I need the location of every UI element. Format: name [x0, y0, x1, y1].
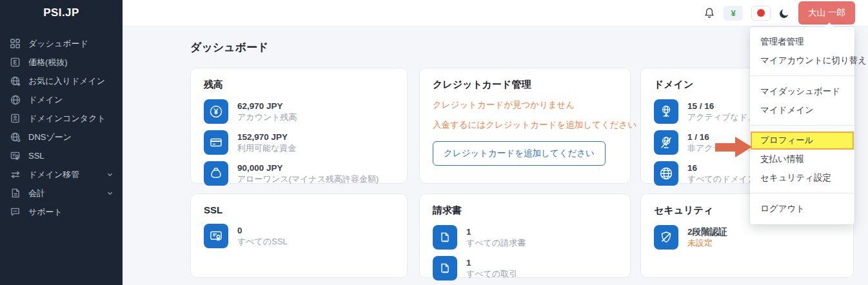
stat-label: 未設定	[687, 238, 727, 249]
menu-item-switch-account[interactable]: マイアカウントに切り替える	[750, 51, 854, 70]
globe-icon	[654, 161, 678, 186]
user-dropdown-menu: 管理者管理 マイアカウントに切り替える マイダッシュボード マイドメイン プロフ…	[750, 27, 854, 224]
card-title: SSL	[204, 204, 394, 215]
sidebar-item-accounting[interactable]: 会計	[0, 184, 123, 202]
menu-divider	[750, 125, 854, 126]
price-icon	[10, 57, 21, 68]
transfer-icon	[10, 169, 21, 180]
menu-item-security-settings[interactable]: セキュリティ設定	[750, 168, 854, 187]
money-bag-icon	[204, 161, 228, 186]
stat-all-transactions: 1 すべての取引	[433, 256, 617, 280]
sidebar-item-favorite-domains[interactable]: お気に入りドメイン	[0, 72, 123, 90]
menu-item-admin-management[interactable]: 管理者管理	[750, 32, 854, 51]
currency-yen-badge[interactable]: ¥	[724, 6, 743, 21]
sidebar-item-label: 会計	[28, 188, 45, 199]
dns-globe-icon	[10, 132, 21, 142]
stat-label: アカウント残高	[237, 112, 297, 123]
sidebar-item-label: お気に入りドメイン	[28, 75, 105, 87]
stat-all-ssl: 0 すべてのSSL	[204, 224, 394, 248]
card-title: クレジットカード管理	[433, 79, 617, 91]
sidebar-item-dashboard[interactable]: ダッシュボード	[0, 34, 123, 53]
sidebar-item-label: 価格(税抜)	[28, 57, 68, 68]
card-title: 残高	[204, 79, 394, 91]
sidebar-item-label: ドメイン移管	[28, 169, 79, 181]
card-title: 請求書	[433, 204, 617, 217]
sidebar-item-domains[interactable]: ドメイン	[0, 90, 123, 109]
sidebar-item-domain-contacts[interactable]: ドメインコンタクト	[0, 109, 123, 128]
menu-divider	[750, 193, 854, 193]
shield-slash-icon	[654, 225, 678, 250]
menu-item-my-domains[interactable]: マイドメイン	[750, 101, 854, 119]
sidebar-item-support[interactable]: サポート	[0, 202, 123, 221]
globe-icon	[10, 94, 21, 105]
sidebar-item-domain-transfer[interactable]: ドメイン移管	[0, 165, 123, 184]
page-title: ダッシュボード	[190, 40, 268, 55]
menu-item-my-dashboard[interactable]: マイダッシュボード	[750, 82, 854, 101]
stat-allowance: 90,000 JPY アローワンス(マイナス残高許容金額)	[204, 161, 394, 186]
credit-warning-line2: 入金するにはクレジットカードを追加してください	[433, 119, 617, 131]
globe-slash-icon	[654, 130, 678, 155]
bell-icon[interactable]	[704, 7, 715, 19]
sidebar-item-ssl[interactable]: SSL	[0, 146, 123, 165]
globe-stand-icon	[654, 99, 678, 124]
stat-value: 1	[466, 257, 517, 270]
stat-value: 1	[466, 226, 526, 239]
favorite-domain-icon	[10, 75, 21, 86]
stat-value: 2段階認証	[687, 226, 727, 239]
stat-value: 62,970 JPY	[237, 100, 297, 113]
japan-flag-icon	[757, 9, 765, 17]
file-icon	[433, 225, 457, 250]
sidebar-item-label: ドメインコンタクト	[28, 113, 106, 124]
stat-label: すべての請求書	[466, 238, 526, 249]
chevron-down-icon	[107, 172, 113, 177]
stat-value: 152,970 JPY	[237, 131, 296, 144]
stat-available-funds: 152,970 JPY 利用可能な資金	[204, 130, 394, 155]
sidebar-item-label: SSL	[28, 151, 44, 161]
sidebar-item-dns-zones[interactable]: DNSゾーン	[0, 128, 123, 146]
user-menu-button[interactable]: 大山 一郎	[798, 1, 855, 25]
dashboard-icon	[10, 38, 21, 49]
moon-icon[interactable]	[779, 8, 790, 19]
stat-label: 利用可能な資金	[237, 143, 296, 154]
app-logo: PSI.JP	[0, 0, 123, 19]
stat-all-invoices: 1 すべての請求書	[433, 225, 617, 250]
stat-label: すべてのドメイン	[687, 174, 756, 185]
menu-divider	[750, 75, 854, 76]
card-invoices: 請求書 1 すべての請求書 1 すべての取引	[419, 193, 631, 278]
card-balance: 残高 62,970 JPY アカウント残高 152,970 JPY 利用可能な資…	[190, 68, 408, 184]
card-ssl: SSL 0 すべてのSSL	[190, 193, 408, 278]
sidebar: PSI.JP ダッシュボード 価格(税抜) お気に入りドメイン ドメイン ドメイ…	[0, 0, 123, 285]
add-credit-card-button[interactable]: クレジットカードを追加してください	[433, 141, 606, 166]
stat-label: アローワンス(マイナス残高許容金額)	[237, 174, 379, 185]
stat-value: 90,000 JPY	[237, 162, 379, 175]
sidebar-item-label: ドメイン	[28, 94, 63, 106]
yen-circle-icon	[204, 99, 228, 124]
chevron-down-icon	[107, 190, 113, 196]
ssl-certificate-icon	[10, 150, 21, 161]
stat-two-factor: 2段階認証 未設定	[654, 225, 840, 250]
stat-label: すべてのSSL	[237, 237, 288, 248]
card-credit-management: クレジットカード管理 クレジットカードが見つかりません 入金するにはクレジットカ…	[419, 68, 631, 184]
stat-label: すべての取引	[466, 269, 517, 280]
contact-card-icon	[10, 113, 21, 124]
certificate-icon	[204, 224, 228, 248]
stat-value: 16	[687, 162, 756, 175]
topbar: ¥ 大山 一郎	[123, 0, 868, 26]
sidebar-item-label: サポート	[28, 206, 63, 218]
sidebar-item-label: DNSゾーン	[28, 132, 72, 143]
menu-item-profile[interactable]: プロフィール	[751, 132, 854, 150]
japan-flag-badge[interactable]	[751, 6, 771, 21]
credit-warning-line1: クレジットカードが見つかりません	[433, 99, 617, 111]
file-icon	[433, 256, 457, 280]
stat-account-balance: 62,970 JPY アカウント残高	[204, 99, 394, 124]
currency-label: ¥	[731, 8, 736, 18]
support-chat-icon	[10, 206, 21, 217]
credit-card-icon	[204, 130, 228, 155]
sidebar-nav: ダッシュボード 価格(税抜) お気に入りドメイン ドメイン ドメインコンタクト …	[0, 34, 123, 221]
stat-value: 0	[237, 224, 288, 237]
menu-item-logout[interactable]: ログアウト	[750, 199, 854, 218]
sidebar-item-pricing[interactable]: 価格(税抜)	[0, 53, 123, 72]
sidebar-item-label: ダッシュボード	[28, 38, 88, 50]
document-icon	[10, 188, 21, 199]
menu-item-payment-info[interactable]: 支払い情報	[750, 150, 854, 168]
